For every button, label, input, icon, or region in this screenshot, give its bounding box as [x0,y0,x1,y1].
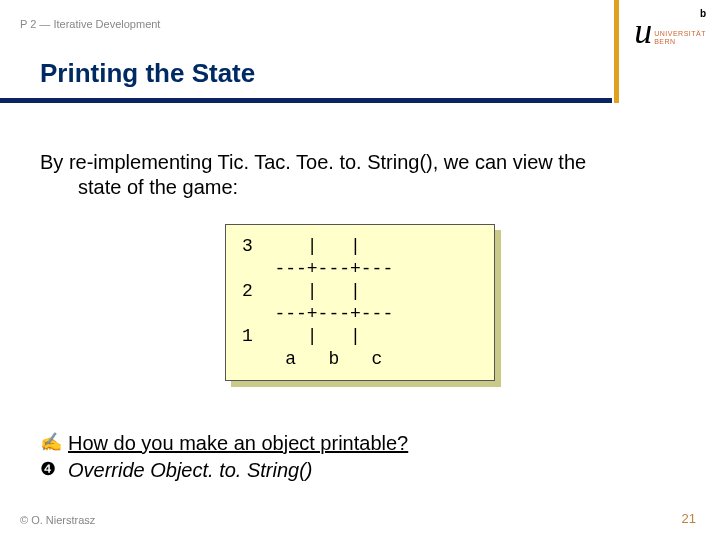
header: P 2 — Iterative Development b u UNIVERSI… [0,0,720,100]
qa-block: ✍ How do you make an object printable? ❹… [40,430,680,484]
logo-uni-line2: BERN [654,38,675,45]
header-underline-blue [0,98,612,103]
logo-superscript: b [634,8,706,19]
code-block: 3 | | ---+---+--- 2 | | ---+---+--- 1 | … [225,224,495,381]
question-marker-icon: ✍ [40,430,68,454]
header-accent-orange [614,0,619,103]
body: By re-implementing Tic. Tac. Toe. to. St… [40,150,680,381]
logo-letter-u: u [634,17,652,46]
code-block-content: 3 | | ---+---+--- 2 | | ---+---+--- 1 | … [225,224,495,381]
page-number: 21 [682,511,696,526]
footer-copyright: © O. Nierstrasz [20,514,95,526]
question-text: How do you make an object printable? [68,430,408,457]
body-para-line1: By re-implementing Tic. Tac. Toe. to. St… [40,150,680,175]
chapter-label: P 2 — Iterative Development [20,18,160,30]
body-para-line2: state of the game: [78,175,680,200]
university-logo: b u UNIVERSITÄT BERN [634,6,706,47]
answer-text: Override Object. to. String() [68,457,313,484]
slide-title: Printing the State [40,58,255,89]
logo-uni-line1: UNIVERSITÄT [654,30,706,37]
slide: P 2 — Iterative Development b u UNIVERSI… [0,0,720,540]
answer-marker-icon: ❹ [40,457,68,481]
